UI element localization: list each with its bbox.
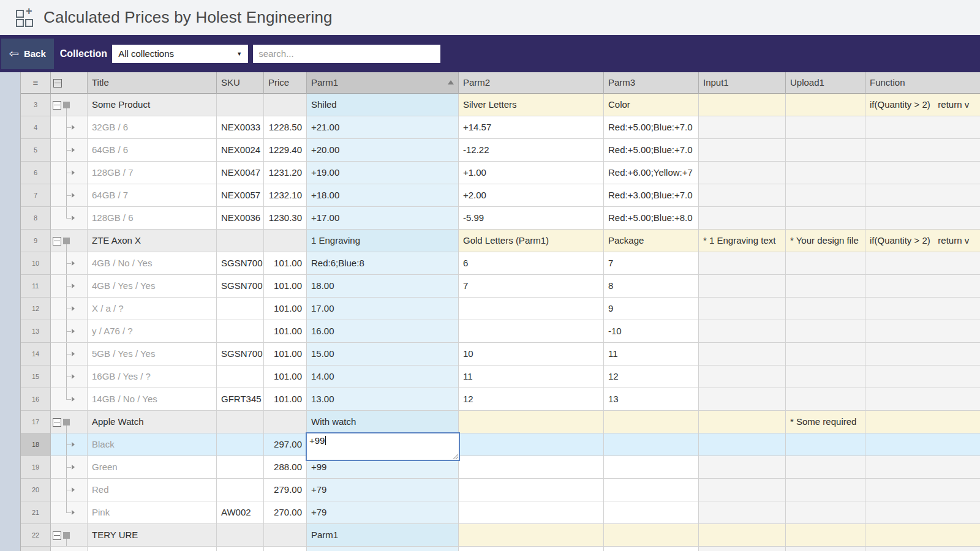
collapse-icon[interactable]: [53, 418, 61, 427]
cell-function[interactable]: [865, 275, 980, 298]
cell-sku[interactable]: SGSN700: [217, 275, 264, 298]
cell-title[interactable]: 128GB / 6: [88, 207, 217, 230]
cell-upload1[interactable]: [786, 184, 865, 207]
cell-sku[interactable]: [217, 320, 264, 343]
collection-select[interactable]: All collections ▼: [112, 45, 248, 63]
row-header[interactable]: 21: [21, 501, 51, 524]
cell-title[interactable]: 5GB / Yes / Yes: [88, 343, 217, 365]
cell-parm3[interactable]: Red:+3.00;Blue:+7.0: [604, 184, 699, 207]
row-header[interactable]: 20: [21, 479, 51, 501]
cell-input1[interactable]: [699, 456, 786, 479]
cell-parm2[interactable]: [459, 411, 604, 433]
cell-function[interactable]: [865, 184, 980, 207]
cell-sku[interactable]: NEX0057: [217, 184, 264, 207]
cell-price[interactable]: [264, 230, 307, 252]
cell-parm1[interactable]: +18.00: [307, 184, 459, 207]
cell-parm2[interactable]: 10: [459, 343, 604, 365]
cell-title[interactable]: Red: [88, 479, 217, 501]
cell-function[interactable]: [865, 524, 980, 547]
cell-price[interactable]: 1229.40: [264, 139, 307, 162]
cell-upload1[interactable]: [786, 275, 865, 298]
cell-parm3[interactable]: [604, 456, 699, 479]
cell-sku[interactable]: SGSN700: [217, 343, 264, 365]
search-input[interactable]: [253, 45, 440, 63]
cell-parm3[interactable]: Red:+5.00;Blue:+7.0: [604, 116, 699, 139]
cell-parm1[interactable]: 17.00: [307, 298, 459, 320]
cell-sku[interactable]: NEX0024: [217, 139, 264, 162]
cell-input1[interactable]: [699, 433, 786, 456]
cell-parm2[interactable]: Gold Letters (Parm1): [459, 230, 604, 252]
cell-sku[interactable]: [217, 456, 264, 479]
cell-title[interactable]: Black: [88, 433, 217, 456]
cell-parm2[interactable]: +14.57: [459, 116, 604, 139]
cell-function[interactable]: if(Quantity > 2) return v: [865, 230, 980, 252]
cell-function[interactable]: if(Quantity > 2) return v: [865, 94, 980, 116]
cell-price[interactable]: [264, 547, 307, 551]
cell-function[interactable]: [865, 139, 980, 162]
cell-parm2[interactable]: [459, 433, 604, 456]
group-handle-icon[interactable]: [63, 102, 70, 108]
cell-function[interactable]: [865, 479, 980, 501]
column-header-price[interactable]: Price: [264, 72, 307, 94]
cell-parm2[interactable]: +2.00: [459, 184, 604, 207]
cell-upload1[interactable]: [786, 479, 865, 501]
row-header[interactable]: 15: [21, 365, 51, 388]
cell-price[interactable]: 101.00: [264, 298, 307, 320]
cell-function[interactable]: [865, 501, 980, 524]
cell-parm2[interactable]: [459, 298, 604, 320]
cell-input1[interactable]: [699, 343, 786, 365]
cell-parm3[interactable]: [604, 479, 699, 501]
row-header[interactable]: 8: [21, 207, 51, 230]
cell-parm3[interactable]: 9: [604, 298, 699, 320]
resize-handle-icon[interactable]: [451, 452, 458, 459]
column-header-parm3[interactable]: Parm3: [604, 72, 699, 94]
cell-function[interactable]: [865, 433, 980, 456]
cell-parm1[interactable]: 14.00: [307, 365, 459, 388]
cell-price[interactable]: 101.00: [264, 343, 307, 365]
cell-sku[interactable]: NEX0036: [217, 207, 264, 230]
column-header-upload1[interactable]: Upload1: [786, 72, 865, 94]
row-header[interactable]: 11: [21, 275, 51, 298]
cell-parm2[interactable]: 12: [459, 388, 604, 411]
cell-input1[interactable]: [699, 479, 786, 501]
cell-sku[interactable]: AW002: [217, 501, 264, 524]
cell-input1[interactable]: [699, 94, 786, 116]
cell-title[interactable]: 64GB / 6: [88, 139, 217, 162]
cell-upload1[interactable]: [786, 524, 865, 547]
cell-upload1[interactable]: [786, 139, 865, 162]
cell-function[interactable]: [865, 388, 980, 411]
cell-price[interactable]: 279.00: [264, 479, 307, 501]
cell-function[interactable]: [865, 320, 980, 343]
cell-upload1[interactable]: [786, 501, 865, 524]
cell-sku[interactable]: [217, 547, 264, 551]
cell-title[interactable]: X / a / ?: [88, 298, 217, 320]
cell-parm3[interactable]: 7: [604, 252, 699, 275]
cell-input1[interactable]: [699, 320, 786, 343]
cell-title[interactable]: y / A76 / ?: [88, 320, 217, 343]
cell-parm1[interactable]: +79: [307, 479, 459, 501]
cell-parm1[interactable]: +79: [307, 501, 459, 524]
cell-title[interactable]: Some Product: [88, 94, 217, 116]
cell-function[interactable]: [865, 456, 980, 479]
cell-upload1[interactable]: [786, 433, 865, 456]
cell-parm3[interactable]: Red:+5.00;Blue:+7.0: [604, 139, 699, 162]
cell-input1[interactable]: [699, 275, 786, 298]
cell-title[interactable]: [88, 547, 217, 551]
cell-upload1[interactable]: [786, 116, 865, 139]
cell-sku[interactable]: [217, 433, 264, 456]
cell-price[interactable]: 101.00: [264, 252, 307, 275]
row-header[interactable]: 14: [21, 343, 51, 365]
cell-upload1[interactable]: [786, 298, 865, 320]
row-header[interactable]: 13: [21, 320, 51, 343]
cell-parm1[interactable]: Shiled: [307, 94, 459, 116]
collapse-all-cell[interactable]: [51, 72, 88, 94]
cell-parm3[interactable]: 12: [604, 365, 699, 388]
cell-upload1[interactable]: [786, 94, 865, 116]
cell-function[interactable]: [865, 116, 980, 139]
cell-input1[interactable]: [699, 184, 786, 207]
cell-parm2[interactable]: +1.00: [459, 162, 604, 184]
group-handle-icon[interactable]: [63, 238, 70, 244]
cell-parm2[interactable]: [459, 320, 604, 343]
cell-function[interactable]: [865, 298, 980, 320]
row-header[interactable]: 22: [21, 524, 51, 547]
